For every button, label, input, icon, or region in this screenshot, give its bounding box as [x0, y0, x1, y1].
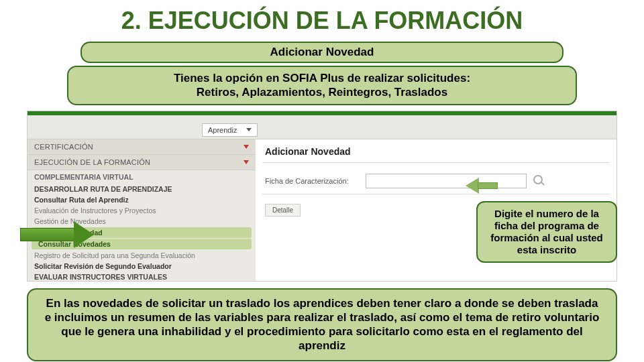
menu-solicitar-revision[interactable]: Solicitar Revisión de Segundo Evaluador	[28, 261, 256, 272]
pill-bottom-note: En las novedades de solicitar un traslad…	[27, 288, 617, 361]
menu-desarrollar-ruta[interactable]: DESARROLLAR RUTA DE APRENDIZAJE	[28, 184, 256, 194]
page-title: 2. EJECUCIÓN DE LA FORMACIÓN	[0, 0, 644, 39]
callout-digite-ficha: Digite el numero de la ficha del program…	[476, 201, 617, 263]
menu-evaluar-instructores[interactable]: EVALUAR INSTRUCTORES VIRTUALES	[28, 272, 256, 282]
arrow-left-icon	[20, 223, 101, 247]
pill-opciones-line2: Retiros, Aplazamientos, Reintegros, Tras…	[197, 86, 447, 99]
collapse-icon	[244, 145, 249, 149]
ficha-input[interactable]	[366, 174, 527, 188]
accordion-label: EJECUCIÓN DE LA FORMACIÓN	[34, 158, 150, 166]
role-select[interactable]: Aprendiz	[202, 123, 258, 137]
menu-registro-solicitud[interactable]: Registro de Solicitud para una Segunda E…	[28, 250, 256, 261]
pill-opciones-line1: Tienes la opción en SOFIA Plus de realiz…	[174, 72, 470, 84]
topbar: Aprendiz	[28, 115, 616, 139]
ficha-row: Ficha de Caracterización:	[256, 166, 616, 191]
search-icon[interactable]	[533, 175, 545, 187]
detalle-button[interactable]: Detalle	[265, 204, 301, 217]
menu-complementaria[interactable]: COMPLEMENTARIA VIRTUAL	[28, 170, 256, 184]
accordion-certificacion[interactable]: CERTIFICACIÓN	[28, 139, 256, 155]
accordion-label: CERTIFICACIÓN	[34, 143, 93, 151]
callout-arrow-icon	[466, 178, 498, 193]
accordion-ejecucion[interactable]: EJECUCIÓN DE LA FORMACIÓN	[28, 155, 256, 170]
pill-adicionar-novedad: Adicionar Novedad	[80, 42, 564, 63]
divider	[262, 162, 610, 163]
panel-title: Adicionar Novedad	[256, 139, 616, 160]
pill-opciones-sofia: Tienes la opción en SOFIA Plus de realiz…	[67, 66, 577, 105]
collapse-icon	[244, 160, 249, 164]
divider	[262, 194, 610, 194]
menu-evaluacion-instructores[interactable]: Evaluación de Instructores y Proyectos	[28, 205, 256, 216]
chevron-down-icon	[246, 128, 252, 131]
menu-consultar-ruta[interactable]: Consultar Ruta del Aprendiz	[28, 194, 256, 205]
ficha-label: Ficha de Caracterización:	[265, 177, 359, 185]
sidebar: CERTIFICACIÓN EJECUCIÓN DE LA FORMACIÓN …	[28, 139, 256, 281]
role-select-label: Aprendiz	[208, 126, 237, 134]
